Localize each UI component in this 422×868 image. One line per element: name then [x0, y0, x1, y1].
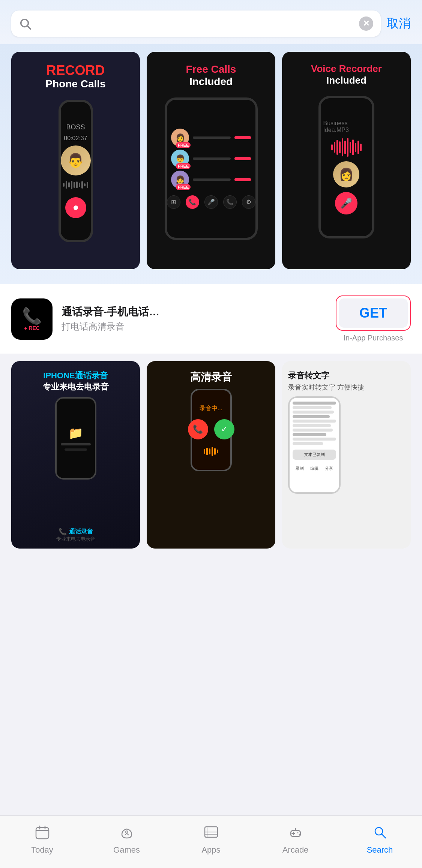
get-button[interactable]: GET: [339, 298, 408, 328]
nav-label-search: Search: [367, 845, 393, 855]
nav-label-games: Games: [113, 845, 140, 855]
svg-point-14: [299, 834, 300, 835]
app-subtitle: 打电话高清录音: [62, 321, 327, 333]
nav-label-today: Today: [31, 845, 53, 855]
app-info: 通话录音-手机电话… 打电话高清录音: [62, 305, 327, 332]
ss2-phone-mockup: 录音中... 📞 ✓: [191, 389, 232, 471]
nav-item-games[interactable]: Games: [84, 816, 169, 861]
carousel-item-1[interactable]: RECORD Phone Calls BOSS 00:02:37 👨: [11, 52, 140, 269]
nav-label-apps: Apps: [201, 845, 220, 855]
nav-item-arcade[interactable]: Arcade: [253, 816, 338, 861]
call-buttons: 📞 ✓: [188, 419, 234, 439]
waveform: [63, 179, 88, 190]
ss1-line1: IPHONE通话录音: [43, 370, 108, 381]
app-result-row: 📞 ● REC 通话录音-手机电话… 打电话高清录音 GET In-App Pu…: [11, 295, 411, 342]
carousel-3-phone-mockup: Business Idea.MP3: [318, 96, 375, 238]
get-button-wrapper: GET: [336, 295, 411, 331]
cancel-button[interactable]: 取消: [387, 15, 411, 32]
boss-label: BOSS: [66, 123, 85, 131]
free-tag: FREE: [176, 142, 191, 148]
timer-label: 00:02:37: [64, 135, 87, 142]
screenshot-2[interactable]: 高清录音 录音中... 📞 ✓: [147, 361, 275, 549]
apps-icon: [203, 825, 219, 843]
app-screenshots: IPHONE通话录音 专业来电去电录音 📁 📞 通话录音 专业来电去电录音 高清…: [0, 354, 422, 560]
carousel-2-phone-mockup: 👩 FREE 👦 FREE: [165, 97, 258, 240]
arcade-icon: [288, 825, 303, 843]
in-app-label: In-App Purchases: [336, 334, 411, 342]
app-icon: 📞 ● REC: [11, 298, 53, 340]
person-avatar: 👨: [61, 145, 91, 175]
search-nav-icon: [372, 825, 388, 843]
carousel-1-phone-mockup: BOSS 00:02:37 👨: [59, 100, 93, 242]
ss1-phone-mockup: 📁: [55, 397, 96, 480]
carousel-3-line1: Voice Recorder: [311, 63, 382, 75]
get-button-container: GET In-App Purchases: [336, 295, 411, 342]
today-icon: [35, 825, 50, 843]
ss1-line2: 专业来电去电录音: [43, 381, 109, 393]
search-bar: 通话录音-手机电话录音软件 ✕: [11, 10, 381, 37]
bottom-nav: Today Games Apps: [0, 816, 422, 868]
rec-button: [65, 197, 86, 218]
carousel-1-line1: RECORD: [46, 63, 105, 78]
ss3-line1: 录音转文字: [288, 370, 329, 381]
svg-point-2: [74, 205, 78, 210]
carousel-1-line2: Phone Calls: [45, 78, 105, 90]
nav-item-search[interactable]: Search: [338, 816, 422, 861]
carousel-section: RECORD Phone Calls BOSS 00:02:37 👨: [0, 44, 422, 284]
app-result-section: 📞 ● REC 通话录音-手机电话… 打电话高清录音 GET In-App Pu…: [0, 284, 422, 354]
nav-item-apps[interactable]: Apps: [169, 816, 253, 861]
free-tag-2: FREE: [176, 163, 191, 169]
rec-label: ● REC: [24, 325, 40, 331]
carousel-3-line2: Included: [326, 75, 366, 86]
svg-line-1: [27, 26, 30, 29]
screenshot-3[interactable]: 录音转文字 录音实时转文字 方便快捷 文本已复制: [282, 361, 411, 549]
clear-button[interactable]: ✕: [359, 16, 373, 31]
screenshot-1[interactable]: IPHONE通话录音 专业来电去电录音 📁 📞 通话录音 专业来电去电录音: [11, 361, 140, 549]
ss2-line1: 高清录音: [190, 370, 232, 384]
page-content: 通话录音-手机电话录音软件 ✕ 取消 RECORD Phone Calls BO…: [0, 0, 422, 620]
carousel-item-3[interactable]: Voice Recorder Included Business Idea.MP…: [282, 52, 411, 269]
search-input[interactable]: 通话录音-手机电话录音软件: [36, 17, 354, 30]
nav-label-arcade: Arcade: [282, 845, 309, 855]
free-tag-3: FREE: [176, 184, 191, 190]
ss3-phone-mockup: 文本已复制 录制 编辑 分享: [288, 396, 341, 494]
search-icon: [19, 17, 32, 30]
carousel-2-line2: Included: [189, 76, 233, 88]
svg-rect-3: [36, 828, 49, 839]
nav-item-today[interactable]: Today: [0, 816, 84, 861]
search-bar-container: 通话录音-手机电话录音软件 ✕ 取消: [0, 0, 422, 44]
ss3-line2: 录音实时转文字 方便快捷: [288, 383, 364, 392]
svg-line-17: [381, 834, 386, 838]
carousel-2-line1: Free Calls: [186, 63, 236, 76]
carousel-item-2[interactable]: Free Calls Included 👩 FREE: [147, 52, 275, 269]
svg-point-7: [126, 831, 128, 833]
games-icon: [119, 825, 135, 843]
svg-point-13: [297, 832, 298, 834]
app-name: 通话录音-手机电话…: [62, 305, 327, 319]
